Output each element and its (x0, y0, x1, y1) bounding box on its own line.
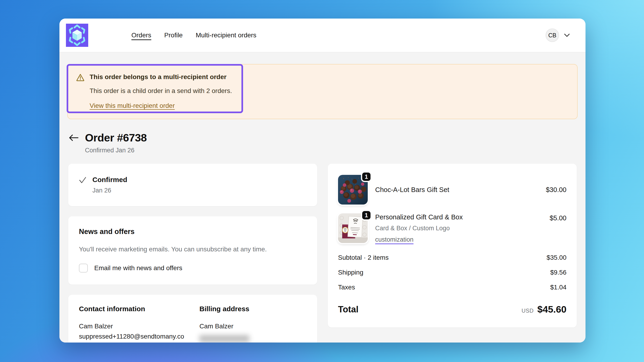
customization-link[interactable]: customization (375, 236, 414, 243)
shipping-value: $9.56 (550, 269, 566, 276)
redacted-address-line-1 (200, 335, 249, 342)
status-date: Jan 26 (92, 187, 127, 194)
order-summary-card: 1 Choc-A-Lot Bars Gift Set $30.00 (328, 164, 577, 328)
shipping-row: Shipping $9.56 (338, 269, 566, 276)
total-row: Total USD $45.60 (338, 304, 566, 315)
shipping-label: Shipping (338, 269, 363, 276)
product-thumbnail-wrap: 1 (338, 213, 368, 243)
subtotal-label: Subtotal · 2 items (338, 254, 389, 261)
top-navigation-bar: Orders Profile Multi-recipient orders CB (60, 18, 586, 52)
currency-code: USD (522, 308, 534, 314)
view-multi-recipient-order-link[interactable]: View this multi-recipient order (90, 102, 175, 109)
checkmark-icon (79, 177, 86, 184)
checkout-window: Orders Profile Multi-recipient orders CB (60, 18, 586, 343)
chevron-down-icon (564, 33, 570, 37)
line-item-row: 1 Personalized Gift Card & Box Card & Bo… (338, 213, 566, 243)
line-item-price: $5.00 (550, 214, 566, 222)
warning-triangle-icon (76, 73, 84, 82)
avatar-initials: CB (548, 32, 556, 39)
total-label: Total (338, 305, 358, 315)
line-item-row: 1 Choc-A-Lot Bars Gift Set $30.00 (338, 175, 566, 204)
line-item-price: $30.00 (546, 186, 566, 194)
order-heading-block: Order #6738 Confirmed Jan 26 (66, 131, 578, 154)
line-item-variant: Card & Box / Custom Logo (375, 225, 542, 232)
order-status-card: Confirmed Jan 26 (68, 164, 317, 206)
taxes-row: Taxes $1.04 (338, 284, 566, 291)
subtotal-value: $35.00 (546, 254, 566, 261)
line-item-name: Choc-A-Lot Bars Gift Set (375, 186, 539, 194)
alert-text-block: This order belongs to a multi-recipient … (90, 73, 232, 109)
status-label: Confirmed (92, 176, 127, 184)
quantity-badge: 1 (361, 171, 372, 182)
multi-recipient-alert-banner: This order belongs to a multi-recipient … (67, 64, 578, 119)
marketing-opt-in-row: Email me with news and offers (79, 264, 306, 272)
taxes-label: Taxes (338, 284, 355, 291)
total-amount: $45.60 (538, 304, 566, 315)
alert-title: This order belongs to a multi-recipient … (90, 73, 232, 81)
contact-information-title: Contact information (79, 305, 186, 313)
subtotal-row: Subtotal · 2 items $35.00 (338, 254, 566, 261)
contact-name: Cam Balzer (79, 321, 186, 331)
contact-email: suppressed+11280@sendtomany.com (79, 331, 186, 343)
nav-link-multi-recipient-orders[interactable]: Multi-recipient orders (196, 31, 256, 39)
right-column: 1 Choc-A-Lot Bars Gift Set $30.00 (328, 164, 577, 328)
back-arrow-icon[interactable] (68, 134, 79, 142)
account-menu-button[interactable]: CB (546, 28, 570, 42)
page-title: Order #6738 (85, 131, 147, 144)
news-description: You'll receive marketing emails. You can… (79, 246, 306, 253)
order-subtitle: Confirmed Jan 26 (85, 147, 577, 154)
quantity-value: 1 (365, 174, 368, 180)
quantity-value: 1 (365, 212, 368, 219)
billing-address-title: Billing address (200, 305, 306, 313)
main-nav: Orders Profile Multi-recipient orders (132, 31, 256, 39)
order-status-content: This order belongs to a multi-recipient … (60, 52, 586, 343)
news-and-offers-card: News and offers You'll receive marketing… (68, 216, 317, 285)
product-thumbnail-wrap: 1 (338, 175, 368, 204)
taxes-value: $1.04 (550, 284, 566, 291)
marketing-email-checkbox[interactable] (79, 264, 88, 272)
alert-body: This order is a child order in a send wi… (90, 87, 232, 95)
news-title: News and offers (79, 227, 306, 236)
avatar: CB (546, 28, 559, 42)
line-item-name: Personalized Gift Card & Box (375, 213, 542, 221)
billing-address-column: Billing address Cam Balzer United States (200, 305, 306, 343)
billing-name: Cam Balzer (200, 321, 306, 331)
store-logo-icon (66, 24, 88, 47)
marketing-checkbox-label: Email me with news and offers (94, 264, 182, 272)
cost-summary: Subtotal · 2 items $35.00 Shipping $9.56… (338, 254, 566, 315)
contact-information-column: Contact information Cam Balzer suppresse… (79, 305, 186, 343)
nav-link-profile[interactable]: Profile (164, 31, 183, 39)
nav-link-orders[interactable]: Orders (132, 31, 151, 39)
quantity-badge: 1 (361, 210, 372, 220)
contact-billing-card: Contact information Cam Balzer suppresse… (68, 295, 317, 343)
left-column: Confirmed Jan 26 News and offers You'll … (68, 164, 317, 343)
